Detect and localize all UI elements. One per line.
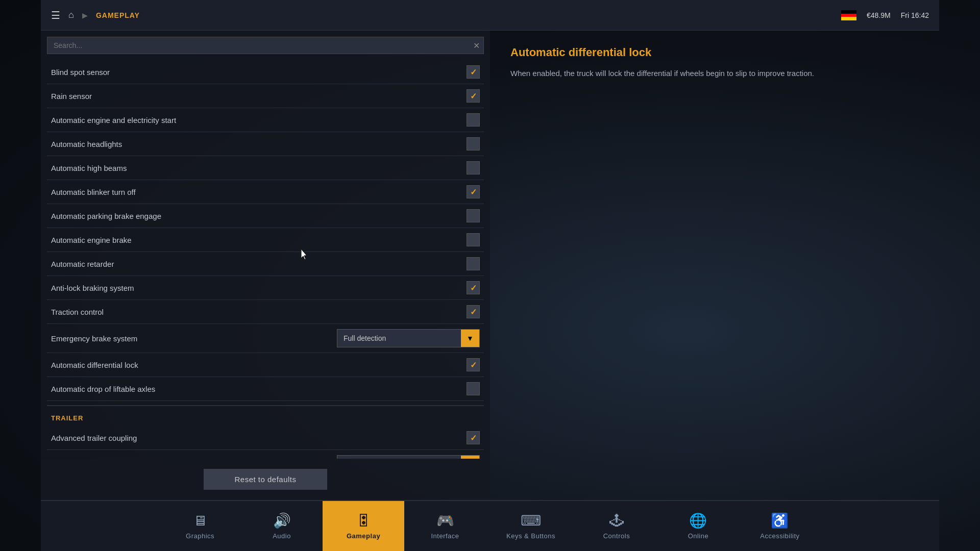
- trailer-setting-row-adv-trailer-coupling: Advanced trailer coupling✓: [47, 426, 484, 450]
- nav-controls-icon: 🕹: [609, 512, 624, 529]
- nav-keys-buttons-label: Keys & Buttons: [506, 532, 555, 540]
- checkbox-control[interactable]: ✓: [467, 431, 480, 444]
- setting-label: Traction control: [51, 308, 467, 316]
- content-area: ✕ Blind spot sensor✓Rain sensor✓Automati…: [41, 31, 939, 500]
- checkbox-control[interactable]: ✓: [467, 358, 480, 371]
- time-display: Fri 16:42: [901, 11, 929, 19]
- setting-row-auto-drop-axles: Automatic drop of liftable axles: [47, 377, 484, 401]
- nav-gameplay-icon: 🎛: [356, 512, 371, 529]
- dropdown-arrow-icon[interactable]: ▼: [461, 330, 479, 347]
- setting-label: Advanced trailer coupling: [51, 434, 467, 442]
- nav-graphics-icon: 🖥: [193, 512, 207, 529]
- nav-item-online[interactable]: 🌐Online: [657, 501, 739, 551]
- setting-label: Automatic engine and electricity start: [51, 116, 467, 124]
- nav-item-interface[interactable]: 🎮Interface: [404, 501, 486, 551]
- checkbox-control[interactable]: [467, 113, 480, 127]
- checkbox-control[interactable]: ✓: [467, 89, 480, 103]
- setting-label: Automatic retarder: [51, 260, 467, 268]
- checkbox-control[interactable]: ✓: [467, 65, 480, 79]
- header-right: €48.9M Fri 16:42: [841, 10, 929, 20]
- nav-online-icon: 🌐: [689, 512, 707, 529]
- nav-item-graphics[interactable]: 🖥Graphics: [159, 501, 241, 551]
- setting-row-auto-high-beams: Automatic high beams: [47, 156, 484, 180]
- breadcrumb-chevron: ▶: [82, 11, 88, 19]
- setting-row-auto-engine-start: Automatic engine and electricity start: [47, 108, 484, 132]
- setting-row-traction-control: Traction control✓: [47, 300, 484, 324]
- setting-row-blind-spot-sensor: Blind spot sensor✓: [47, 60, 484, 84]
- checkbox-control[interactable]: ✓: [467, 305, 480, 318]
- setting-label: Rain sensor: [51, 92, 467, 101]
- nav-accessibility-label: Accessibility: [760, 532, 799, 540]
- setting-label: Automatic parking brake engage: [51, 212, 467, 220]
- setting-label: Automatic high beams: [51, 164, 467, 172]
- setting-row-emergency-brake: Emergency brake systemFull detection▼: [47, 324, 484, 353]
- nav-gameplay-label: Gameplay: [347, 532, 380, 540]
- breadcrumb-label: GAMEPLAY: [96, 11, 140, 19]
- checkbox-control[interactable]: [467, 382, 480, 395]
- nav-item-keys-buttons[interactable]: ⌨Keys & Buttons: [486, 501, 576, 551]
- search-clear-icon[interactable]: ✕: [473, 41, 480, 51]
- nav-controls-label: Controls: [603, 532, 630, 540]
- nav-bar: 🖥Graphics🔊Audio🎛Gameplay🎮Interface⌨Keys …: [41, 500, 939, 551]
- trailer-setting-row-trailer-cables: Trailer cablesPlayer & all traffic trail…: [47, 450, 484, 459]
- checkbox-control[interactable]: [467, 161, 480, 174]
- setting-label: Blind spot sensor: [51, 68, 467, 77]
- nav-online-label: Online: [688, 532, 709, 540]
- setting-label: Automatic differential lock: [51, 361, 467, 369]
- nav-accessibility-icon: ♿: [771, 512, 789, 529]
- setting-row-auto-diff-lock: Automatic differential lock✓: [47, 353, 484, 377]
- home-icon[interactable]: ⌂: [68, 10, 74, 20]
- money-display: €48.9M: [867, 11, 891, 19]
- nav-item-audio[interactable]: 🔊Audio: [241, 501, 323, 551]
- reset-container: Reset to defaults: [41, 459, 490, 500]
- header-bar: ☰ ⌂ ▶ GAMEPLAY €48.9M Fri 16:42: [41, 0, 939, 31]
- checkbox-control[interactable]: ✓: [467, 281, 480, 294]
- search-bar: ✕: [47, 37, 484, 54]
- setting-label: Anti-lock braking system: [51, 284, 467, 292]
- checkbox-control[interactable]: [467, 137, 480, 151]
- info-description: When enabled, the truck will lock the di…: [510, 67, 919, 80]
- checkbox-control[interactable]: ✓: [467, 185, 480, 198]
- setting-label: Automatic engine brake: [51, 236, 467, 244]
- info-panel: Automatic differential lock When enabled…: [490, 31, 939, 500]
- nav-keys-buttons-icon: ⌨: [521, 512, 541, 529]
- setting-row-auto-blinker: Automatic blinker turn off✓: [47, 180, 484, 204]
- setting-row-rain-sensor: Rain sensor✓: [47, 84, 484, 108]
- nav-item-accessibility[interactable]: ♿Accessibility: [739, 501, 821, 551]
- menu-icon[interactable]: ☰: [51, 9, 60, 21]
- setting-row-abs: Anti-lock braking system✓: [47, 276, 484, 300]
- nav-graphics-label: Graphics: [186, 532, 214, 540]
- nav-item-controls[interactable]: 🕹Controls: [576, 501, 657, 551]
- checkbox-control[interactable]: [467, 209, 480, 222]
- checkbox-control[interactable]: [467, 257, 480, 270]
- main-window: ☰ ⌂ ▶ GAMEPLAY €48.9M Fri 16:42 ✕ Blind …: [41, 0, 939, 551]
- setting-row-auto-headlights: Automatic headlights: [47, 132, 484, 156]
- setting-label: Automatic drop of liftable axles: [51, 385, 467, 393]
- setting-row-auto-engine-brake: Automatic engine brake: [47, 228, 484, 252]
- settings-panel: ✕ Blind spot sensor✓Rain sensor✓Automati…: [41, 31, 490, 500]
- reset-defaults-button[interactable]: Reset to defaults: [204, 469, 327, 490]
- trailer-section-header: TRAILER: [47, 405, 484, 426]
- nav-audio-icon: 🔊: [273, 512, 291, 529]
- nav-audio-label: Audio: [273, 532, 291, 540]
- search-input[interactable]: [47, 37, 484, 54]
- settings-list: Blind spot sensor✓Rain sensor✓Automatic …: [41, 58, 490, 459]
- nav-interface-icon: 🎮: [436, 512, 454, 529]
- country-flag: [841, 10, 856, 20]
- dropdown-control[interactable]: Player & all traffic trailers▼: [337, 455, 480, 459]
- setting-row-auto-parking-brake: Automatic parking brake engage: [47, 204, 484, 228]
- dropdown-value: Full detection: [337, 334, 461, 342]
- dropdown-control[interactable]: Full detection▼: [337, 329, 480, 347]
- setting-label: Automatic headlights: [51, 140, 467, 148]
- nav-interface-label: Interface: [431, 532, 459, 540]
- info-title: Automatic differential lock: [510, 46, 919, 59]
- setting-row-auto-retarder: Automatic retarder: [47, 252, 484, 276]
- nav-item-gameplay[interactable]: 🎛Gameplay: [323, 501, 404, 551]
- setting-label: Emergency brake system: [51, 334, 337, 343]
- setting-label: Automatic blinker turn off: [51, 188, 467, 196]
- checkbox-control[interactable]: [467, 233, 480, 246]
